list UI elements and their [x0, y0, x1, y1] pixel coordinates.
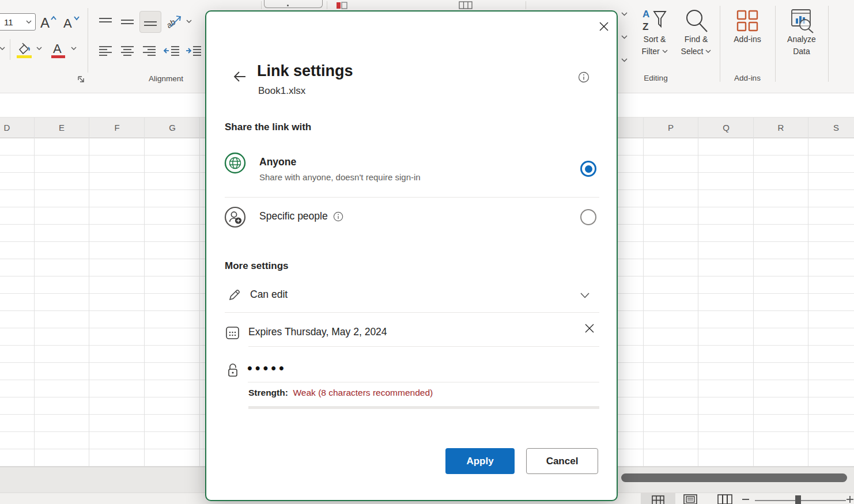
- addins-icon: [735, 8, 760, 33]
- fill-color-icon: [14, 40, 33, 59]
- format-as-table-icon[interactable]: [459, 1, 473, 9]
- page-layout-view-button[interactable]: [682, 494, 698, 504]
- chevron-down-icon[interactable]: [186, 19, 192, 24]
- fill-color-button[interactable]: [13, 39, 35, 60]
- font-size-value: 11: [0, 17, 25, 27]
- bottom-align-icon: [143, 15, 158, 29]
- zoom-slider-handle[interactable]: [795, 495, 801, 504]
- svg-text:A: A: [53, 41, 62, 56]
- dialog-title: Link settings: [257, 62, 353, 80]
- permission-dropdown[interactable]: Can edit: [206, 282, 617, 312]
- svg-text:A: A: [40, 15, 50, 30]
- column-header[interactable]: E: [50, 118, 73, 138]
- increase-indent-button[interactable]: [184, 43, 203, 59]
- option-anyone[interactable]: Anyone Share with anyone, doesn't requir…: [206, 149, 617, 197]
- chevron-down-icon[interactable]: [621, 35, 628, 40]
- middle-align-button[interactable]: [119, 14, 136, 30]
- chevron-down-icon: [580, 292, 590, 299]
- expiration-value: Expires Thursday, May 2, 2024: [248, 326, 387, 338]
- person-add-icon: [224, 206, 246, 228]
- orientation-button[interactable]: ab: [165, 13, 183, 30]
- chevron-down-icon: [662, 50, 668, 54]
- analyze-data-button[interactable]: Analyze Data: [781, 6, 822, 58]
- anyone-subtitle: Share with anyone, doesn't require sign-…: [259, 172, 421, 182]
- strength-label: Strength:: [248, 388, 288, 397]
- font-size-combobox[interactable]: 11: [0, 13, 36, 31]
- dialog-launcher-icon: [77, 75, 85, 84]
- page-break-preview-button[interactable]: [717, 494, 733, 504]
- link-settings-dialog: Link settings Book1.xlsx Share the link …: [205, 10, 618, 501]
- chevron-down-icon[interactable]: [25, 20, 32, 24]
- alignment-dialog-launcher-button[interactable]: [75, 74, 86, 84]
- calendar-icon: [225, 325, 240, 340]
- pencil-icon: [228, 288, 241, 302]
- strength-meter-bar: [248, 406, 599, 409]
- align-right-button[interactable]: [141, 43, 158, 59]
- align-center-button[interactable]: [119, 43, 136, 59]
- align-left-icon: [98, 44, 113, 58]
- sort-filter-icon: A Z: [641, 8, 668, 33]
- align-left-button[interactable]: [97, 43, 114, 59]
- chevron-down-icon[interactable]: [70, 46, 77, 51]
- horizontal-scrollbar[interactable]: [621, 473, 847, 482]
- anyone-title: Anyone: [259, 156, 296, 168]
- info-icon[interactable]: [578, 71, 590, 83]
- addins-button[interactable]: Add-ins: [727, 6, 768, 46]
- column-header[interactable]: P: [659, 118, 682, 138]
- bottom-align-button[interactable]: [139, 11, 161, 33]
- info-icon[interactable]: [333, 211, 343, 222]
- password-strength: Strength: Weak (8 characters recommended…: [248, 388, 433, 398]
- option-specific-people[interactable]: Specific people: [206, 203, 617, 235]
- column-header[interactable]: G: [161, 118, 184, 138]
- decrease-indent-icon: [163, 44, 180, 58]
- anyone-radio[interactable]: [580, 161, 596, 177]
- zoom-in-button[interactable]: [846, 495, 854, 503]
- specific-people-radio[interactable]: [580, 209, 596, 225]
- permission-value: Can edit: [250, 289, 288, 301]
- back-arrow-icon[interactable]: [232, 70, 247, 84]
- conditional-formatting-icon[interactable]: [336, 2, 347, 9]
- svg-text:ab: ab: [165, 17, 177, 30]
- column-header[interactable]: S: [825, 118, 848, 138]
- clear-expiration-icon[interactable]: [584, 323, 595, 334]
- column-header[interactable]: Q: [715, 118, 738, 138]
- expiration-row[interactable]: Expires Thursday, May 2, 2024: [206, 320, 617, 349]
- find-select-button[interactable]: Find & Select: [675, 6, 717, 58]
- column-header[interactable]: F: [105, 118, 129, 138]
- page-layout-view-icon: [683, 494, 697, 504]
- decrease-font-size-button[interactable]: A: [61, 13, 82, 32]
- chevron-down-icon[interactable]: [621, 12, 628, 17]
- search-icon: [683, 8, 709, 33]
- more-settings-label: More settings: [225, 260, 289, 272]
- number-format-combobox[interactable]: [264, 0, 323, 8]
- zoom-out-button[interactable]: [742, 499, 749, 500]
- analyze-data-icon: [788, 8, 815, 33]
- orientation-icon: ab: [165, 13, 183, 30]
- lock-icon: [227, 363, 239, 378]
- svg-text:A: A: [643, 9, 649, 20]
- column-header[interactable]: D: [0, 118, 18, 138]
- decrease-indent-button[interactable]: [163, 43, 181, 59]
- align-right-icon: [142, 44, 157, 58]
- normal-view-button[interactable]: [641, 493, 675, 504]
- apply-button[interactable]: Apply: [445, 448, 515, 474]
- editing-group-label: Editing: [635, 74, 677, 82]
- file-name: Book1.xlsx: [258, 85, 305, 97]
- specific-people-title: Specific people: [259, 210, 328, 222]
- cancel-button[interactable]: Cancel: [526, 448, 598, 474]
- column-header[interactable]: R: [769, 118, 792, 138]
- password-row[interactable]: •••••: [206, 357, 617, 384]
- top-align-icon: [98, 15, 113, 29]
- sort-filter-button[interactable]: A Z Sort & Filter: [634, 6, 675, 58]
- chevron-down-icon[interactable]: [36, 46, 43, 51]
- chevron-down-icon[interactable]: [0, 46, 6, 51]
- increase-font-size-button[interactable]: A: [38, 13, 59, 32]
- chevron-down-icon[interactable]: [621, 58, 628, 63]
- top-align-button[interactable]: [97, 14, 114, 30]
- font-color-icon: A: [50, 40, 67, 59]
- font-color-button[interactable]: A: [48, 39, 68, 60]
- normal-view-icon: [652, 495, 664, 504]
- close-icon[interactable]: [598, 21, 610, 32]
- increase-indent-icon: [185, 44, 202, 58]
- password-input[interactable]: •••••: [247, 360, 287, 377]
